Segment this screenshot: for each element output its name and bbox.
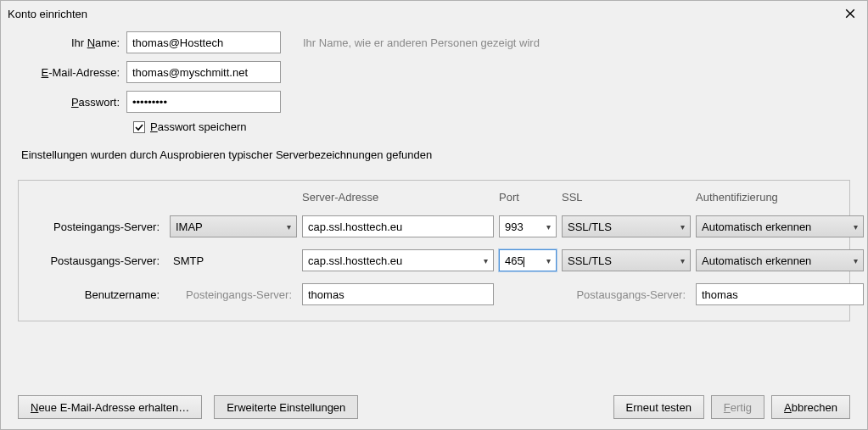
titlebar: Konto einrichten [1,1,867,26]
account-setup-window: Konto einrichten Ihr Name: Ihr Name, wie… [0,0,868,430]
advanced-settings-button[interactable]: Erweiterte Einstellungen [214,395,358,419]
col-header-address: Server-Adresse [302,191,494,204]
name-label: Ihr Name: [18,36,126,49]
chevron-down-icon: ▾ [546,256,551,265]
incoming-port-select[interactable]: 993 ▾ [499,215,557,237]
chevron-down-icon: ▾ [484,256,488,265]
outgoing-ssl-select[interactable]: SSL/TLS ▾ [562,249,691,271]
email-field[interactable] [126,61,281,83]
status-text: Einstellungen wurden durch Ausprobieren … [18,148,850,161]
outgoing-row-label: Postausgangs-Server: [31,254,165,267]
chevron-down-icon: ▾ [680,222,685,232]
chevron-down-icon: ▾ [546,222,551,232]
username-out-input[interactable] [696,283,864,305]
col-header-auth: Authentifizierung [696,191,864,204]
outgoing-port-select[interactable]: 465 ▾ [499,249,557,271]
email-label: E-Mail-Adresse: [18,66,126,79]
outgoing-host-select[interactable]: cap.ssl.hosttech.eu ▾ [302,249,494,271]
username-in-input[interactable] [302,283,494,305]
col-header-port: Port [499,191,557,204]
window-title: Konto einrichten [8,8,840,20]
cancel-button[interactable]: Abbrechen [771,395,850,419]
name-field[interactable] [126,31,281,53]
new-email-button[interactable]: Neue E-Mail-Adresse erhalten… [18,395,202,419]
chevron-down-icon: ▾ [854,222,858,232]
incoming-row-label: Posteingangs-Server: [31,221,165,233]
username-row-label: Benutzername: [31,288,165,301]
password-field[interactable] [126,91,281,113]
incoming-protocol-select[interactable]: IMAP ▾ [170,215,297,237]
col-header-ssl: SSL [562,191,691,204]
username-in-label: Posteingangs-Server: [170,288,297,301]
incoming-auth-select[interactable]: Automatisch erkennen ▾ [696,215,864,237]
password-label: Passwort: [18,96,126,109]
chevron-down-icon: ▾ [287,222,291,232]
username-out-label: Postausgangs-Server: [562,288,691,301]
incoming-ssl-select[interactable]: SSL/TLS ▾ [562,215,691,237]
outgoing-auth-select[interactable]: Automatisch erkennen ▾ [696,249,864,271]
server-settings-box: Server-Adresse Port SSL Authentifizierun… [18,180,850,321]
chevron-down-icon: ▾ [680,256,685,265]
retest-button[interactable]: Erneut testen [613,395,704,419]
button-row: Neue E-Mail-Adresse erhalten… Erweiterte… [18,395,850,419]
save-password-label: Passwort speichern [150,120,246,133]
chevron-down-icon: ▾ [854,256,858,265]
outgoing-protocol-text: SMTP [170,254,297,267]
done-button[interactable]: Fertig [711,395,764,419]
incoming-host-input[interactable] [302,215,494,237]
close-icon[interactable] [840,3,860,24]
name-hint: Ihr Name, wie er anderen Personen gezeig… [281,36,540,49]
save-password-checkbox[interactable] [133,121,145,133]
